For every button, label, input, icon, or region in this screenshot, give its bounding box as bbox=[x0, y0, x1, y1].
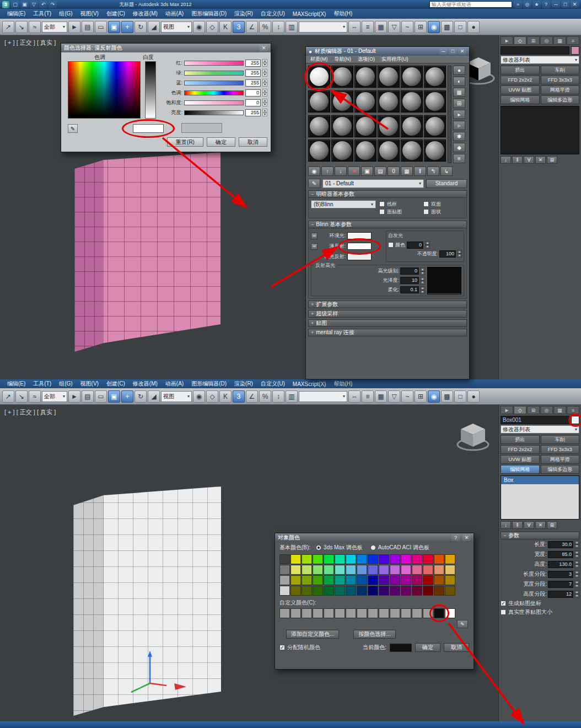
menu-item-9[interactable]: 自定义(U) bbox=[257, 9, 289, 18]
material-slot-23[interactable] bbox=[401, 140, 423, 162]
edit-named-sets-icon[interactable]: ▥ bbox=[286, 390, 298, 403]
spinner-down-icon[interactable]: ▾ bbox=[262, 93, 267, 97]
color-swatch-11[interactable] bbox=[401, 554, 411, 564]
close-button[interactable]: ✕ bbox=[571, 1, 579, 8]
maximize-button[interactable]: □ bbox=[561, 1, 569, 8]
modifier-list-dropdown[interactable]: 修改器列表 ▾ bbox=[501, 425, 579, 433]
spinner-snap-icon[interactable]: ↕ bbox=[272, 390, 284, 403]
new-scene-icon[interactable]: ▢ bbox=[11, 1, 19, 8]
color-swatch-41[interactable] bbox=[379, 575, 389, 585]
spinner[interactable]: ▴▾ bbox=[574, 550, 579, 558]
spinner[interactable]: ▴▾ bbox=[574, 540, 579, 548]
make-unique-icon[interactable]: ∀ bbox=[524, 156, 534, 164]
menu-item-2[interactable]: 组(G) bbox=[55, 379, 76, 388]
pick-material-from-object-icon[interactable]: ✎ bbox=[308, 179, 320, 188]
edit-named-sets-icon[interactable]: ▥ bbox=[286, 21, 298, 33]
modifier-button-0[interactable]: 挤出 bbox=[501, 66, 540, 74]
color-swatch-23[interactable] bbox=[357, 565, 367, 575]
window-crossing-icon[interactable]: ▣ bbox=[108, 390, 120, 403]
spinner-down-icon[interactable]: ▾ bbox=[262, 103, 267, 106]
backlight-icon[interactable]: ◐ bbox=[453, 77, 465, 86]
color-swatch-3[interactable] bbox=[313, 608, 323, 618]
color-swatch-8[interactable] bbox=[368, 608, 378, 618]
color-swatch-38[interactable] bbox=[346, 575, 356, 585]
rendered-frame-window-icon[interactable]: □ bbox=[454, 21, 466, 33]
assign-material-to-selection-icon[interactable]: ↓ bbox=[335, 167, 347, 176]
checkbox-box[interactable]: ✓ bbox=[279, 645, 285, 650]
color-swatch-21[interactable] bbox=[335, 565, 345, 575]
pin-stack-icon[interactable]: ↓ bbox=[501, 521, 511, 529]
ribbon-toggle-icon[interactable]: ▽ bbox=[388, 390, 400, 403]
help-icon[interactable]: ? bbox=[542, 1, 550, 8]
current-color-swatch[interactable] bbox=[390, 644, 412, 652]
color-swatch-28[interactable] bbox=[412, 565, 422, 575]
options-icon[interactable]: ✱ bbox=[453, 132, 465, 141]
object-color-swatch[interactable] bbox=[571, 46, 579, 55]
channel-color-swatch[interactable] bbox=[347, 243, 372, 250]
tab-modify[interactable]: ◇ bbox=[514, 406, 526, 414]
tab-display[interactable]: ▦ bbox=[553, 406, 566, 414]
close-button[interactable]: ✕ bbox=[462, 534, 471, 541]
color-swatch-6[interactable] bbox=[346, 554, 356, 564]
dialog-titlebar[interactable]: 对象颜色 ? ✕ bbox=[275, 533, 474, 542]
object-color-swatch[interactable] bbox=[571, 416, 579, 424]
cancel-button[interactable]: 取消 bbox=[444, 643, 469, 652]
current-color-swatch[interactable] bbox=[133, 124, 164, 133]
show-end-result-icon[interactable]: ‖ bbox=[512, 521, 523, 529]
spinner-down-icon[interactable]: ▾ bbox=[420, 290, 425, 294]
stack-item-0[interactable]: Box bbox=[501, 476, 579, 484]
modifier-button-5[interactable]: 网格平滑 bbox=[541, 455, 580, 464]
select-and-scale-icon[interactable]: ◢ bbox=[148, 390, 160, 403]
spinner-up-icon[interactable]: ▴ bbox=[420, 277, 425, 281]
modifier-button-1[interactable]: 车削 bbox=[541, 435, 580, 444]
menu-item-8[interactable]: 渲染(R) bbox=[230, 9, 257, 18]
tab-modify[interactable]: ◇ bbox=[514, 36, 526, 45]
material-slot-4[interactable] bbox=[378, 66, 400, 88]
color-swatch-16[interactable] bbox=[279, 565, 290, 575]
spinner-down-icon[interactable]: ▾ bbox=[574, 584, 579, 588]
checkbox-0[interactable]: 线框 bbox=[379, 200, 420, 208]
menu-item-3[interactable]: 视图(V) bbox=[77, 9, 103, 18]
select-and-manipulate-icon[interactable]: ◇ bbox=[206, 390, 218, 403]
menu-item-10[interactable]: MAXScript(X) bbox=[289, 10, 330, 18]
material-slot-18[interactable] bbox=[424, 115, 446, 137]
color-swatch-37[interactable] bbox=[335, 575, 345, 585]
viewport-label[interactable]: [ + ] [ 正交 ] [ 真实 ] bbox=[4, 408, 56, 416]
checkbox-0[interactable]: ✓生成贴图坐标 bbox=[501, 599, 579, 608]
sample-uv-tiling-icon[interactable]: ⊞ bbox=[453, 99, 465, 108]
keyboard-shortcut-override-icon[interactable]: K bbox=[219, 390, 232, 403]
rectangular-selection-icon[interactable]: ▭ bbox=[95, 390, 107, 403]
put-to-library-icon[interactable]: ▤ bbox=[374, 167, 386, 176]
spinner-up-icon[interactable]: ▴ bbox=[574, 570, 579, 574]
menu-item-6[interactable]: 动画(A) bbox=[162, 9, 187, 18]
color-swatch-40[interactable] bbox=[368, 575, 378, 585]
color-checkbox[interactable] bbox=[388, 242, 394, 248]
modifier-list-dropdown[interactable]: 修改器列表 ▾ bbox=[501, 56, 579, 64]
color-swatch-59[interactable] bbox=[401, 586, 411, 596]
modifier-stack-list[interactable] bbox=[501, 106, 579, 154]
spinner[interactable]: ▴▾ bbox=[262, 109, 267, 116]
angle-snap-icon[interactable]: ∠ bbox=[246, 21, 258, 33]
color-swatch-12[interactable] bbox=[412, 608, 422, 618]
menu-item-9[interactable]: 自定义(U) bbox=[257, 379, 289, 388]
color-swatch-17[interactable] bbox=[290, 565, 301, 575]
color-swatch-22[interactable] bbox=[346, 565, 356, 575]
show-end-result-icon[interactable]: ‖ bbox=[512, 156, 523, 164]
ok-button[interactable]: 确定 bbox=[415, 643, 440, 652]
color-swatch-11[interactable] bbox=[401, 608, 411, 618]
color-swatch-34[interactable] bbox=[302, 575, 312, 585]
color-swatch-29[interactable] bbox=[423, 565, 433, 575]
color-swatch-0[interactable] bbox=[279, 554, 290, 564]
spinner-up-icon[interactable]: ▴ bbox=[425, 241, 430, 245]
sample-type-icon[interactable]: ● bbox=[453, 66, 465, 75]
spinner[interactable]: ▴▾ bbox=[262, 59, 267, 67]
unlink-selection-icon[interactable]: ↘ bbox=[15, 21, 28, 33]
spinner-up-icon[interactable]: ▴ bbox=[262, 89, 267, 93]
menu-item-10[interactable]: MAXScript(X) bbox=[289, 381, 330, 388]
material-editor-icon[interactable]: ◉ bbox=[428, 21, 440, 33]
modifier-button-3[interactable]: FFD 3x3x3 bbox=[541, 76, 580, 84]
color-pick-tool-icon[interactable]: ✎ bbox=[457, 620, 468, 628]
spinner-up-icon[interactable]: ▴ bbox=[420, 286, 425, 290]
remove-modifier-icon[interactable]: ✕ bbox=[535, 156, 546, 164]
material-slot-22[interactable] bbox=[378, 140, 400, 162]
